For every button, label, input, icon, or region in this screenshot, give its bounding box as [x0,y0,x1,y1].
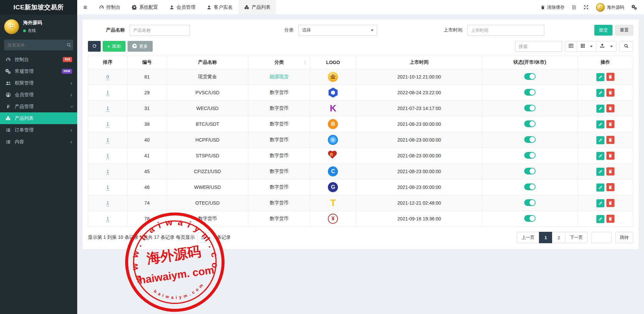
status-toggle[interactable] [524,89,536,96]
submit-button[interactable]: 提交 [594,25,612,36]
jump-page-input[interactable] [591,232,612,243]
search-button[interactable] [619,41,633,52]
delete-button[interactable] [606,120,614,128]
sort-arrows-icon[interactable]: ▲▼ [304,60,306,65]
page-button-1[interactable]: 1 [539,232,552,243]
edit-button[interactable] [596,73,604,81]
clear-cache-button[interactable]: 清除缓存 [537,0,568,14]
status-toggle[interactable] [524,184,536,190]
status-toggle[interactable] [524,168,536,174]
delete-button[interactable] [606,136,614,144]
sidebar-item-内容[interactable]: 内容‹ [0,136,77,148]
sidebar-search-input[interactable] [7,43,66,48]
settings-button[interactable] [628,0,641,14]
edit-button[interactable] [596,152,604,160]
fullscreen-button[interactable] [580,0,592,14]
sort-value-link[interactable]: 1 [106,90,109,96]
sidebar-item-产品列表[interactable]: 产品列表 [0,112,77,124]
next-page-button[interactable]: 下一页 [565,232,588,243]
sort-value-link[interactable]: 1 [106,216,109,222]
topnav-item-系统配置[interactable]: 系统配置 [126,0,164,14]
delete-button[interactable] [606,152,614,160]
status-toggle[interactable] [524,152,536,159]
topnav-item-label: 产品列表 [252,4,270,10]
sort-value-link[interactable]: 1 [106,169,109,175]
jump-button[interactable]: 跳转 [615,232,633,243]
prev-page-button[interactable]: 上一页 [517,232,539,243]
ruble-icon [5,104,11,109]
table-search-input[interactable] [515,41,562,52]
product-logo: B [328,119,338,129]
sort-value-link[interactable]: 1 [106,185,109,191]
edit-button[interactable] [596,105,604,113]
sort-value-link[interactable]: 1 [106,153,109,159]
delete-button[interactable] [606,215,614,223]
sidebar-item-常规管理[interactable]: 常规管理new [0,65,77,77]
delete-button[interactable] [606,73,614,81]
delete-button[interactable] [606,104,614,112]
status-toggle[interactable] [524,215,536,222]
listing-time: 2021-10-12 21:00:00 [356,69,482,85]
product-name: WEC/USD [166,101,248,116]
topnav-item-产品列表[interactable]: 产品列表 [238,0,276,14]
topnav-item-控制台[interactable]: 控制台 [93,0,126,14]
columns-button[interactable] [577,41,597,52]
sidebar-item-label: 产品管理 [15,104,34,110]
category-select[interactable]: 选择 [298,25,377,36]
edit-button[interactable] [596,168,604,176]
edit-button[interactable] [596,120,604,128]
product-category-link[interactable]: 能源现货 [270,74,289,79]
sidebar-item-权限管理[interactable]: 权限管理‹ [0,77,77,89]
delete-button[interactable] [606,167,614,175]
add-button[interactable]: +添加 [103,41,126,52]
edit-button[interactable] [596,215,604,223]
product-name-input[interactable] [130,25,190,36]
sort-value-link[interactable]: 1 [106,121,109,127]
more-button[interactable]: 更多 [128,41,153,52]
sort-value-link[interactable]: 0 [106,74,109,80]
document-icon-button[interactable] [568,0,580,14]
export-button[interactable] [596,41,616,52]
column-header[interactable]: 分类▲▼ [248,56,310,69]
topnav-item-客户实名[interactable]: 客户实名 [201,0,238,14]
table-row: 1 78 数字货币 数字货币 ¥ 2021-09-16 19:36:00 [88,211,633,227]
sidebar-item-会员管理[interactable]: 会员管理‹ [0,89,77,101]
online-dot-icon [23,30,26,32]
refresh-button[interactable] [88,41,101,52]
status-toggle[interactable] [524,199,536,206]
status-toggle[interactable] [524,120,536,127]
sidebar-item-控制台[interactable]: 控制台hot [0,54,77,65]
edit-button[interactable] [596,136,604,144]
status-toggle[interactable] [524,136,536,143]
sidebar-item-订单管理[interactable]: 订单管理‹ [0,124,77,136]
edit-button[interactable] [596,199,604,207]
sidebar-item-label: 控制台 [15,57,29,63]
delete-button[interactable] [606,89,614,97]
sort-value-link[interactable]: 1 [106,200,109,206]
listing-time-input[interactable] [467,25,544,36]
sidebar-item-产品管理[interactable]: 产品管理‹ [0,101,77,112]
refresh-icon [92,44,97,49]
page-size-select[interactable]: 10 [197,232,214,243]
user-menu[interactable]: P 海外源码 [592,0,628,14]
hamburger-menu-icon[interactable]: ≡ [77,0,93,14]
page-button-2[interactable]: 2 [552,232,565,243]
delete-button[interactable] [606,183,614,191]
edit-button[interactable] [596,184,604,192]
status-toggle[interactable] [524,73,536,80]
delete-button[interactable] [606,199,614,207]
search-icon[interactable] [66,43,71,47]
sort-value-link[interactable]: 1 [106,137,109,143]
product-category: 数字货币 [270,137,289,142]
listing-time: 2022-08-24 23:22:00 [356,85,482,101]
detail-view-button[interactable] [565,41,577,52]
topnav-item-会员管理[interactable]: 会员管理 [164,0,201,14]
filter-time: 上市时间 [426,25,594,36]
reset-button[interactable]: 重置 [615,25,633,36]
edit-button[interactable] [596,89,604,97]
status-toggle[interactable] [524,105,536,111]
product-name: 数字货币 [166,211,248,227]
sidebar-item-label: 产品列表 [15,115,34,121]
product-id: 78 [127,211,166,227]
sort-value-link[interactable]: 1 [106,106,109,112]
